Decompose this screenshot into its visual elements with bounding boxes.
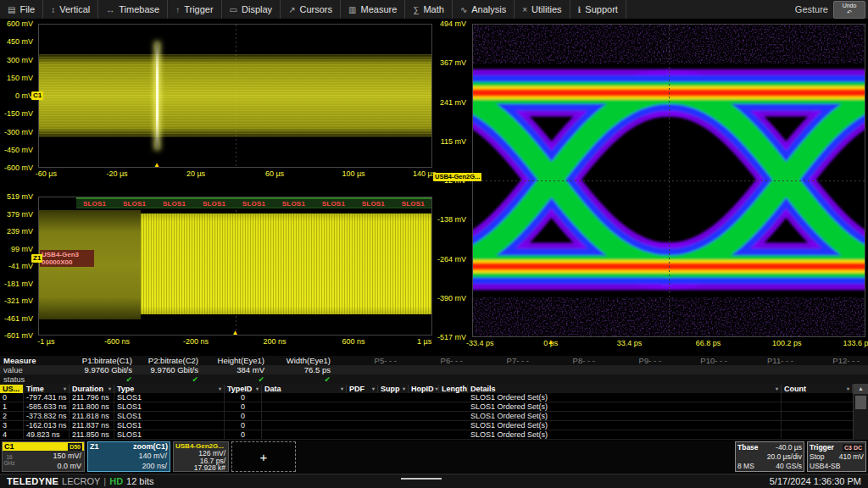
sort-icon: ▾ <box>64 385 66 391</box>
measure-value-label: value <box>0 365 75 374</box>
z1-zoom-plot[interactable]: SLOS1 SLOS1 SLOS1 SLOS1 SLOS1 SLOS1 SLOS… <box>38 197 432 336</box>
measure-col-p10[interactable]: P10- - - <box>670 356 736 365</box>
z1-descriptor-box[interactable]: Z1 zoom(C1) 140 mV/ 200 ns/ <box>87 441 170 472</box>
eye-diagram-plot[interactable] <box>472 24 865 337</box>
header-time[interactable]: Time▾ <box>24 385 70 393</box>
table-row[interactable]: 0-797.431 ns 211.796 nsSLOS1 0 SLOS1 Ord… <box>0 393 853 402</box>
menu-item-timebase[interactable]: ↔Timebase <box>98 0 168 19</box>
table-row[interactable]: 3-162.013 ns 211.837 nsSLOS1 0 SLOS1 Ord… <box>0 421 853 430</box>
status-slider-line <box>401 478 442 480</box>
x-tick: 60 µs <box>265 169 284 178</box>
measure-col-p1[interactable]: P1:bitrate(C1) <box>75 356 141 365</box>
header-count[interactable]: Count▾ <box>782 385 853 393</box>
y-tick: 115 mV <box>441 137 466 146</box>
y-tick: -390 mV <box>437 294 466 302</box>
header-supp[interactable]: Supp▾ <box>378 385 409 393</box>
measure-col-p8[interactable]: P8- - - <box>537 356 604 365</box>
cursors-icon: ↗ <box>288 5 295 14</box>
menu-item-display[interactable]: ▭Display <box>222 0 281 19</box>
trigger-icon: ↑ <box>175 5 180 14</box>
z1-zoom-badge[interactable]: Z1 <box>31 254 42 263</box>
c1-channel-badge[interactable]: C1 <box>31 92 43 100</box>
table-row[interactable]: 449.823 ns 211.850 nsSLOS1 0 SLOS1 Order… <box>0 430 853 440</box>
decode-annotation-band[interactable]: SLOS1 SLOS1 SLOS1 SLOS1 SLOS1 SLOS1 SLOS… <box>76 197 431 208</box>
x-tick: -33.4 ps <box>466 339 494 347</box>
trigger-position-marker[interactable]: ▲ <box>153 161 160 168</box>
header-data[interactable]: Data▾ <box>262 385 347 393</box>
menu-item-support[interactable]: ℹSupport <box>570 0 626 19</box>
trigger-mode: Stop <box>810 452 825 461</box>
decode-label: SLOS1 <box>123 200 146 208</box>
trigger-position-marker[interactable]: ▲ <box>232 329 239 336</box>
table-row[interactable]: 1-585.633 ns 211.800 nsSLOS1 0 SLOS1 Ord… <box>0 402 853 412</box>
header-duration[interactable]: Duration▾ <box>70 385 114 393</box>
eye-x-axis: -33.4 ps 0 ps 33.4 ps 66.8 ps 100.2 ps 1… <box>472 339 865 349</box>
measure-icon: ▥ <box>348 5 356 14</box>
table-scrollbar[interactable]: ▲ <box>853 384 868 440</box>
vertical-icon: ↕ <box>51 5 55 14</box>
trigger-descriptor-box[interactable]: TriggerC3 DC Stop410 mV USB4-SB <box>807 441 866 472</box>
header-type[interactable]: Type▾ <box>114 385 225 393</box>
header-length[interactable]: Length▾ <box>439 385 468 393</box>
menu-item-file[interactable]: ▤File <box>0 0 43 19</box>
decode-table-header: US... Time▾ Duration▾ Type▾ TypeID▾ Data… <box>0 384 853 393</box>
add-trace-button[interactable]: + <box>231 441 296 472</box>
trigger-position-marker[interactable]: ▲ <box>548 338 554 346</box>
menu-item-utilities[interactable]: ×Utilities <box>515 0 570 19</box>
x-tick: 200 ns <box>263 337 286 346</box>
sort-icon: ▾ <box>776 385 778 391</box>
measure-panel: Measure P1:bitrate(C1) P2:bitrate(C2) He… <box>0 356 868 384</box>
x-tick: 600 ns <box>342 337 364 346</box>
measure-col-p12[interactable]: P12- - - <box>802 356 868 365</box>
measure-col-p11[interactable]: P11- - - <box>736 356 802 365</box>
undo-button[interactable]: Undo ↶ <box>833 1 865 19</box>
measure-col-p4[interactable]: Width(Eye1) <box>273 356 339 365</box>
table-row[interactable]: 2-373.832 ns 211.818 nsSLOS1 0 SLOS1 Ord… <box>0 412 853 421</box>
x-tick: -1 µs <box>37 337 54 346</box>
menu-label: Display <box>242 4 272 14</box>
measure-col-p2[interactable]: P2:bitrate(C2) <box>141 356 207 365</box>
decode-overlay-line1: USB4-Gen3 <box>42 251 92 258</box>
y-tick: -601 mV <box>4 331 33 340</box>
y-tick: 494 mV <box>440 19 466 28</box>
c1-waveform-plot[interactable]: ▲ <box>38 24 432 168</box>
header-usb-index[interactable]: US... <box>0 385 24 393</box>
scroll-up-icon[interactable]: ▲ <box>854 384 868 394</box>
hd-mode-label: HD <box>109 476 123 486</box>
y-tick: -600 mV <box>4 164 33 172</box>
menu-item-cursors[interactable]: ↗Cursors <box>281 0 341 19</box>
menu-item-vertical[interactable]: ↕Vertical <box>43 0 98 19</box>
tbase-samplerate: 40 GS/s <box>776 462 802 470</box>
header-hopid[interactable]: HopID▾ <box>409 385 439 393</box>
measure-col-p3[interactable]: Height(Eye1) <box>207 356 273 365</box>
decode-overlay-line2: 00000X00 <box>42 258 92 266</box>
x-tick: 100.2 ps <box>772 339 802 347</box>
status-bar: TELEDYNE LECROY | HD 12 bits 5/17/2024 1… <box>0 474 868 488</box>
c1-volts-per-div: 150 mV/ <box>16 451 81 461</box>
decode-label: SLOS1 <box>282 200 305 208</box>
measure-col-p6[interactable]: P6- - - <box>405 356 471 365</box>
eye-source-badge[interactable]: USB4-Gen2G... <box>433 173 481 181</box>
status-ok-icon: ✔ <box>273 375 339 384</box>
header-typeid[interactable]: TypeID▾ <box>225 385 262 393</box>
menu-item-analysis[interactable]: ∿Analysis <box>453 0 515 19</box>
menu-item-trigger[interactable]: ↑Trigger <box>168 0 221 19</box>
menu-item-math[interactable]: ∑Math <box>405 0 453 19</box>
header-pdf[interactable]: PDF▾ <box>347 385 378 393</box>
decode-label: SLOS1 <box>163 200 186 208</box>
header-details[interactable]: Details▾ <box>468 385 782 393</box>
y-tick: -138 mV <box>437 215 466 224</box>
measure-col-p5[interactable]: P5- - - <box>339 356 405 365</box>
eye-descriptor-box[interactable]: USB4-Gen2G... 126 mV/ 16.7 ps/ 17.928 k# <box>173 441 229 472</box>
menu-label: Utilities <box>531 4 561 14</box>
measure-col-p7[interactable]: P7- - - <box>471 356 537 365</box>
menu-label: Support <box>585 4 618 14</box>
datetime-label: 5/17/2024 1:36:30 PM <box>770 476 861 486</box>
timebase-descriptor-box[interactable]: Tbase-40.0 µs 20.0 µs/div 8 MS40 GS/s <box>735 441 804 472</box>
scrollbar-thumb[interactable] <box>855 396 866 409</box>
sort-icon: ▾ <box>403 385 405 391</box>
measure-col-p9[interactable]: P9- - - <box>604 356 670 365</box>
resolution-label: 12 bits <box>126 476 153 486</box>
c1-descriptor-box[interactable]: C1 D50 16GHz 150 mV/ 0.0 mV <box>2 441 85 472</box>
menu-item-measure[interactable]: ▥Measure <box>341 0 405 19</box>
